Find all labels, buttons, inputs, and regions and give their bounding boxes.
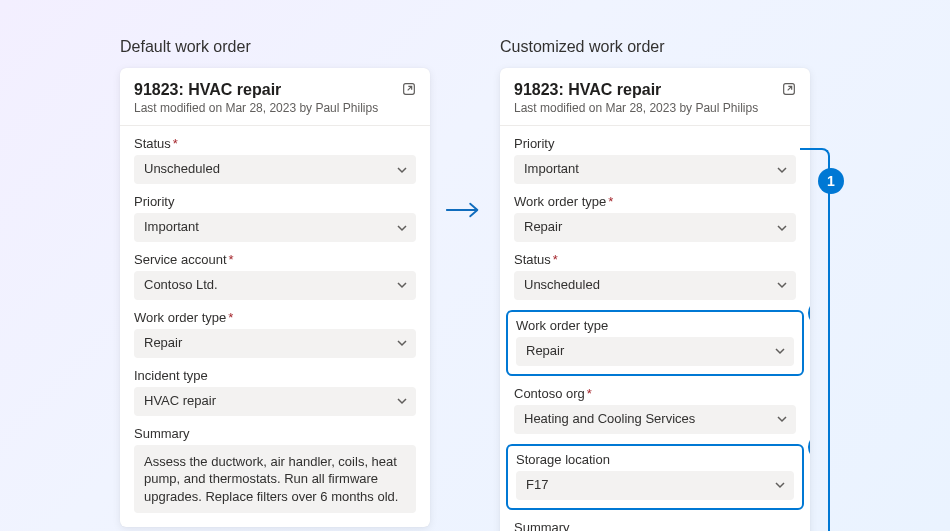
card-header: 91823: HVAC repair Last modified on Mar …	[120, 68, 430, 126]
priority-select[interactable]: Important	[134, 213, 416, 242]
work-order-title: 91823: HVAC repair	[134, 80, 416, 99]
open-icon[interactable]	[778, 78, 800, 100]
arrow-right-icon	[445, 200, 481, 224]
priority-select[interactable]: Important	[514, 155, 796, 184]
chevron-down-icon	[396, 222, 408, 234]
summary-label: Summary	[134, 426, 416, 441]
highlight-box-2: 2 Work order type Repair	[506, 310, 804, 376]
summary-label: Summary	[514, 520, 796, 531]
connector-line-1	[800, 148, 830, 531]
callout-badge-1: 1	[818, 168, 844, 194]
highlight-box-3: 3 Storage location F17	[506, 444, 804, 510]
incident-type-label: Incident type	[134, 368, 416, 383]
default-card: 91823: HVAC repair Last modified on Mar …	[120, 68, 430, 527]
service-account-select[interactable]: Contoso Ltd.	[134, 271, 416, 300]
open-icon[interactable]	[398, 78, 420, 100]
contoso-org-label: Contoso org*	[514, 386, 796, 401]
storage-location-label: Storage location	[516, 452, 794, 467]
status-select[interactable]: Unscheduled	[514, 271, 796, 300]
work-order-title: 91823: HVAC repair	[514, 80, 796, 99]
status-select[interactable]: Unscheduled	[134, 155, 416, 184]
chevron-down-icon	[396, 279, 408, 291]
default-section-title: Default work order	[120, 38, 430, 56]
work-order-subtitle: Last modified on Mar 28, 2023 by Paul Ph…	[514, 101, 796, 115]
work-order-type-select[interactable]: Repair	[134, 329, 416, 358]
card-header: 91823: HVAC repair Last modified on Mar …	[500, 68, 810, 126]
work-order-type-select[interactable]: Repair	[516, 337, 794, 366]
work-order-type-req-label: Work order type*	[514, 194, 796, 209]
chevron-down-icon	[396, 337, 408, 349]
chevron-down-icon	[776, 222, 788, 234]
work-order-type-req-select[interactable]: Repair	[514, 213, 796, 242]
work-order-type-label: Work order type	[516, 318, 794, 333]
chevron-down-icon	[396, 395, 408, 407]
chevron-down-icon	[774, 479, 786, 491]
incident-type-select[interactable]: HVAC repair	[134, 387, 416, 416]
service-account-label: Service account*	[134, 252, 416, 267]
chevron-down-icon	[776, 279, 788, 291]
chevron-down-icon	[396, 164, 408, 176]
priority-label: Priority	[134, 194, 416, 209]
customized-section-title: Customized work order	[500, 38, 810, 56]
chevron-down-icon	[774, 345, 786, 357]
chevron-down-icon	[776, 164, 788, 176]
customized-card: 91823: HVAC repair Last modified on Mar …	[500, 68, 810, 531]
contoso-org-select[interactable]: Heating and Cooling Services	[514, 405, 796, 434]
status-label: Status*	[134, 136, 416, 151]
priority-label: Priority	[514, 136, 796, 151]
status-label: Status*	[514, 252, 796, 267]
chevron-down-icon	[776, 413, 788, 425]
work-order-subtitle: Last modified on Mar 28, 2023 by Paul Ph…	[134, 101, 416, 115]
summary-text[interactable]: Assess the ductwork, air handler, coils,…	[134, 445, 416, 514]
work-order-type-label: Work order type*	[134, 310, 416, 325]
storage-location-select[interactable]: F17	[516, 471, 794, 500]
